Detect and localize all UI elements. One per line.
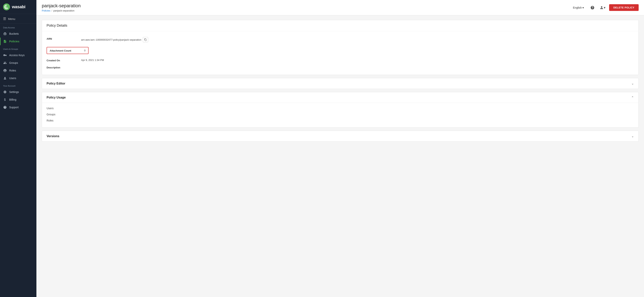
sidebar-item-groups[interactable]: Groups <box>0 59 36 67</box>
copy-arn-button[interactable] <box>143 37 148 42</box>
arn-value-container: arn:aws:iam::100000032477:policy/panjack… <box>81 37 148 42</box>
policy-editor-toggle[interactable]: Policy Editor ⌄ <box>42 78 638 89</box>
hamburger-icon: ☰ <box>3 17 6 21</box>
menu-button[interactable]: ☰ Menu <box>0 14 36 24</box>
breadcrumb-policies-link[interactable]: Policies <box>42 9 50 12</box>
policy-usage-chevron-icon: ⌄ <box>631 96 634 99</box>
versions-title: Versions <box>46 134 60 138</box>
versions-chevron-icon: ⌄ <box>631 134 634 138</box>
policy-details-header: Policy Details <box>42 20 638 31</box>
created-on-value: Apr 9, 2021 1:34 PM <box>81 59 104 62</box>
usage-item-roles: Roles <box>46 118 634 124</box>
sidebar-item-label-roles: Roles <box>9 69 16 72</box>
breadcrumb-current: panjack-separation <box>53 9 74 12</box>
help-button[interactable] <box>589 4 596 11</box>
arn-value: arn:aws:iam::100000032477:policy/panjack… <box>81 38 141 41</box>
wasabi-logo-icon <box>3 4 10 10</box>
chevron-down-icon: ▾ <box>582 6 584 9</box>
header-left: panjack-separation Policies / panjack-se… <box>42 3 81 12</box>
policy-usage-title: Policy Usage <box>46 96 66 99</box>
description-row: Description <box>46 64 634 71</box>
user-menu-button[interactable]: ▾ <box>599 4 606 11</box>
attachment-count-label: Attachment Count <box>50 49 80 52</box>
versions-toggle[interactable]: Versions ⌄ <box>42 131 638 142</box>
language-selector[interactable]: English ▾ <box>571 5 586 10</box>
usage-item-users: Users <box>46 105 634 111</box>
policy-editor-chevron-icon: ⌄ <box>631 82 634 85</box>
sidebar-item-access-keys[interactable]: Access Keys <box>0 51 36 59</box>
usage-item-groups: Groups <box>46 111 634 118</box>
top-header: panjack-separation Policies / panjack-se… <box>36 0 644 15</box>
section-label-your-account: Your Account <box>0 82 36 88</box>
sidebar-item-buckets[interactable]: Buckets <box>0 30 36 38</box>
settings-icon <box>3 90 7 94</box>
sidebar-item-label-access-keys: Access Keys <box>9 54 24 57</box>
policy-icon <box>3 40 7 43</box>
section-label-data-access: Data Access <box>0 24 36 30</box>
roles-icon <box>3 68 7 72</box>
policy-editor-title: Policy Editor <box>46 82 65 85</box>
users-icon <box>3 76 7 80</box>
policy-details-title: Policy Details <box>46 24 67 28</box>
sidebar-item-label-support: Support <box>9 106 18 109</box>
sidebar-item-roles[interactable]: Roles <box>0 67 36 74</box>
sidebar-item-label-groups: Groups <box>9 61 18 64</box>
user-icon <box>600 6 604 10</box>
attachment-count-highlight: Attachment Count 0 <box>46 47 88 54</box>
sidebar-item-users[interactable]: Users <box>0 74 36 82</box>
policy-usage-content: Users Groups Roles <box>42 103 638 128</box>
created-on-row: Created On Apr 9, 2021 1:34 PM <box>46 57 634 64</box>
language-label: English <box>573 6 582 9</box>
svg-point-0 <box>3 4 10 10</box>
description-label: Description <box>46 66 77 69</box>
header-right: English ▾ ▾ DELETE POLICY <box>571 4 639 11</box>
copy-icon <box>144 38 147 41</box>
arn-label: ARN <box>46 37 77 40</box>
policy-details-content: ARN arn:aws:iam::100000032477:policy/pan… <box>42 31 638 75</box>
sidebar: wasabi ☰ Menu Data Access Buckets Polici… <box>0 0 36 297</box>
arn-row: ARN arn:aws:iam::100000032477:policy/pan… <box>46 35 634 44</box>
sidebar-item-policies[interactable]: Policies <box>0 38 36 45</box>
attachment-count-value: 0 <box>84 49 86 52</box>
breadcrumb-separator: / <box>52 9 52 12</box>
attachment-count-row: Attachment Count 0 <box>46 44 634 57</box>
sidebar-item-label-settings: Settings <box>9 90 19 94</box>
versions-card: Versions ⌄ <box>42 131 639 142</box>
logo-text: wasabi <box>12 4 25 10</box>
created-on-label: Created On <box>46 59 77 62</box>
sidebar-item-billing[interactable]: Billing <box>0 96 36 104</box>
policy-editor-card: Policy Editor ⌄ <box>42 78 639 89</box>
bucket-icon <box>3 32 7 36</box>
help-icon <box>590 6 594 10</box>
breadcrumb: Policies / panjack-separation <box>42 9 81 12</box>
sidebar-item-label-users: Users <box>9 77 16 80</box>
sidebar-item-label-policies: Policies <box>9 40 19 43</box>
policy-usage-toggle[interactable]: Policy Usage ⌄ <box>42 92 638 103</box>
section-label-users-groups: Users & Groups <box>0 45 36 51</box>
sidebar-item-support[interactable]: Support <box>0 104 36 111</box>
sidebar-item-label-billing: Billing <box>9 98 16 101</box>
sidebar-logo: wasabi <box>0 0 36 14</box>
content-area: Policy Details ARN arn:aws:iam::10000003… <box>36 15 644 297</box>
support-icon <box>3 106 7 109</box>
policy-details-card: Policy Details ARN arn:aws:iam::10000003… <box>42 20 639 75</box>
sidebar-item-settings[interactable]: Settings <box>0 88 36 96</box>
billing-icon <box>3 98 7 102</box>
key-icon <box>3 53 7 57</box>
groups-icon <box>3 61 7 65</box>
sidebar-item-label-buckets: Buckets <box>9 32 19 35</box>
user-menu-chevron: ▾ <box>604 6 606 10</box>
delete-policy-button[interactable]: DELETE POLICY <box>609 4 639 11</box>
menu-label: Menu <box>8 17 15 20</box>
main-content: panjack-separation Policies / panjack-se… <box>36 0 644 297</box>
policy-usage-card: Policy Usage ⌄ Users Groups Roles <box>42 92 639 128</box>
page-title: panjack-separation <box>42 3 81 8</box>
